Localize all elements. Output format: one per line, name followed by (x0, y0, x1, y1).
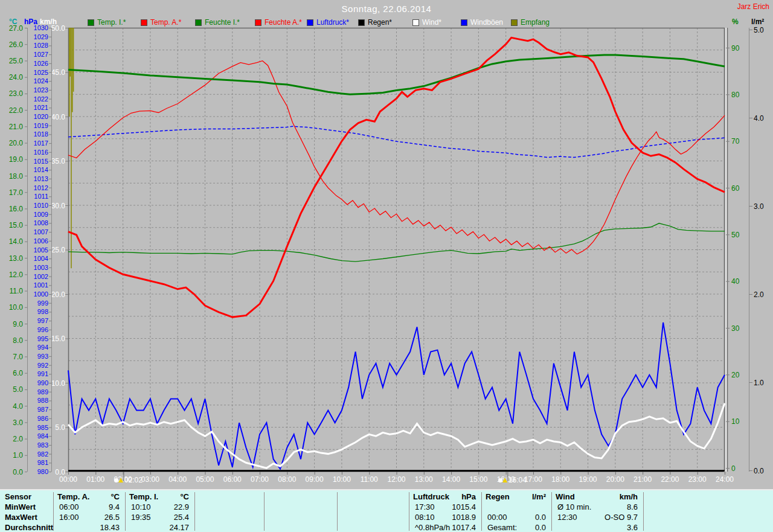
tick-label: 5.0 (4, 386, 23, 393)
tick-label: 3.0 (754, 203, 771, 210)
weather-app-window: Sonntag, 22.06.2014 Jarz Erich °C hPa km… (0, 0, 773, 532)
tick-label: 24.0 (4, 74, 23, 81)
tick-label: 45.0 (45, 69, 65, 76)
legend-label: Temp. I.* (97, 18, 126, 27)
table-cell-value: 26.5 (53, 513, 120, 522)
legend-swatch (511, 19, 518, 26)
tick-label: 19.0 (4, 156, 23, 163)
time-label: 12:00 (383, 475, 410, 484)
tick-label: 40.0 (45, 114, 65, 121)
tick-label: 60 (731, 185, 748, 192)
tick-label: 15.0 (45, 335, 65, 342)
table-col-unit: l/m² (481, 492, 546, 501)
legend-swatch (461, 19, 467, 26)
time-label: 21:00 (629, 475, 656, 484)
tick-label: 27.0 (4, 25, 23, 32)
tick-label: 1004 (28, 255, 48, 262)
tick-label: 18.0 (4, 173, 23, 180)
tick-label: 2.0 (754, 291, 771, 298)
tick-label: 16.0 (4, 205, 23, 213)
tick-label: 17.0 (4, 189, 23, 196)
table-row-label: MaxWert (5, 513, 37, 522)
time-label: 18:00 (547, 475, 574, 484)
axis-header-lm2: l/m² (751, 18, 764, 26)
time-label: 14:00 (438, 475, 464, 484)
plot-area[interactable] (68, 28, 725, 472)
legend-item-regen[interactable]: Regen* (358, 18, 392, 27)
tick-label: 10.0 (45, 380, 65, 387)
legend-item-feuchtea[interactable]: Feuchte A.* (255, 18, 302, 27)
tick-label: 991 (28, 371, 48, 377)
station-owner-label: Jarz Erich (737, 2, 769, 11)
tick-label: 13.0 (4, 255, 23, 262)
table-cell-value: O-SO 9.7 (551, 513, 638, 522)
tick-label: 1017 (28, 140, 48, 147)
table-divider (643, 492, 644, 531)
legend-label: Feuchte A.* (265, 18, 302, 27)
tick-label: 35.0 (45, 158, 65, 165)
tick-label: 1008 (28, 220, 48, 226)
tick-label: 981 (28, 460, 48, 466)
tick-label: 11.0 (4, 287, 23, 295)
legend-item-tempi[interactable]: Temp. I.* (88, 18, 126, 27)
tick-label: 1018 (28, 131, 48, 138)
time-label: 07:00 (246, 475, 273, 484)
table-col-unit: °C (125, 492, 189, 501)
tick-label: 1014 (28, 167, 48, 173)
sun-icon (498, 478, 502, 482)
tick-label: 9.0 (4, 321, 23, 328)
legend-swatch (412, 19, 419, 26)
table-cell-value: 0.0 (481, 523, 546, 532)
legend-label: Empfang (521, 18, 550, 27)
legend-label: Windböen (470, 18, 503, 27)
legend-label: Regen* (368, 18, 392, 27)
tick-label: 50 (731, 231, 748, 239)
tick-label: 3.0 (4, 419, 23, 426)
tick-label: 1007 (28, 229, 48, 236)
table-cell-value: 9.4 (53, 502, 120, 511)
tick-label: 0.0 (754, 467, 771, 475)
axis-header-percent: % (732, 18, 739, 26)
time-label: 23:00 (684, 475, 711, 484)
time-label: 20:00 (602, 475, 629, 484)
legend-swatch (307, 19, 313, 26)
tick-label: 20.0 (4, 139, 23, 147)
tick-label: 1013 (28, 176, 48, 182)
event-arrow-icon (502, 478, 507, 482)
legend-item-windböen[interactable]: Windböen (461, 18, 503, 27)
tick-label: 25.0 (45, 246, 65, 254)
legend-item-tempa[interactable]: Temp. A.* (141, 18, 181, 27)
tick-label: 26.0 (4, 41, 23, 48)
legend-swatch (358, 19, 365, 26)
table-divider (194, 492, 195, 531)
tick-label: 0.0 (4, 469, 23, 476)
tick-label: 12.0 (4, 271, 23, 278)
legend-label: Feuchte I.* (205, 18, 240, 27)
table-divider (264, 492, 265, 531)
table-cell-value: 8.6 (551, 502, 638, 511)
tick-label: 15.0 (4, 222, 23, 229)
legend-item-feuchtei[interactable]: Feuchte I.* (195, 18, 240, 27)
table-row-label: Sensor (5, 492, 31, 501)
time-label: 19:00 (575, 475, 601, 484)
tick-label: 1027 (28, 51, 48, 58)
legend-item-empfang[interactable]: Empfang (511, 18, 550, 27)
tick-label: 10 (731, 418, 748, 425)
tick-label: 7.0 (4, 353, 23, 361)
tick-label: 1029 (28, 34, 48, 40)
legend-item-wind[interactable]: Wind* (412, 18, 441, 27)
event-marker: 16:04 (498, 476, 527, 484)
tick-label: 0 (731, 465, 748, 472)
tick-label: 1.0 (754, 379, 771, 386)
legend-swatch (195, 19, 202, 26)
tick-label: 40 (731, 278, 748, 285)
time-label: 11:00 (356, 475, 382, 484)
tick-label: 988 (28, 397, 48, 404)
table-cell-value: 1017.4 (409, 523, 476, 532)
tick-label: 30.0 (45, 202, 65, 210)
tick-label: 5.0 (45, 424, 65, 431)
tick-label: 989 (28, 389, 48, 396)
tick-label: 23.0 (4, 90, 23, 97)
legend-item-luftdruck[interactable]: Luftdruck* (307, 18, 349, 27)
tick-label: 25.0 (4, 57, 23, 65)
